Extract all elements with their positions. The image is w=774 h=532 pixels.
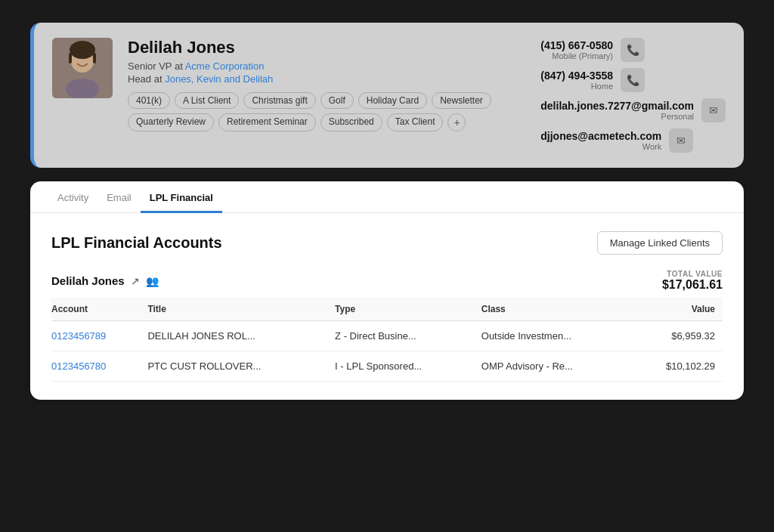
email-button-work[interactable]: ✉ xyxy=(669,128,693,153)
phone-info-primary: (415) 667-0580 Mobile (Primary) xyxy=(540,39,613,60)
phone-number-home: (847) 494-3558 xyxy=(540,70,613,82)
add-tag-button[interactable]: + xyxy=(447,113,466,131)
phone-label-primary: Mobile (Primary) xyxy=(540,51,613,60)
table-row: 0123456780 PTC CUST ROLLOVER... I - LPL … xyxy=(51,351,723,382)
phones-emails: (415) 667-0580 Mobile (Primary) 📞 (847) … xyxy=(540,38,726,153)
company-link[interactable]: Acme Corporation xyxy=(185,60,265,72)
email-info-personal: delilah.jones.7277@gmail.com Personal xyxy=(540,100,694,121)
col-title: Title xyxy=(147,298,335,321)
svg-point-2 xyxy=(70,41,95,59)
cell-class: OMP Advisory - Re... xyxy=(481,351,635,382)
email-address-work: djjones@acmetech.com xyxy=(540,130,661,142)
tag[interactable]: Quarterly Review xyxy=(128,113,214,131)
tag[interactable]: Retirement Seminar xyxy=(218,113,316,131)
tag[interactable]: Golf xyxy=(320,92,354,109)
tag[interactable]: Newsletter xyxy=(432,92,491,109)
cell-account[interactable]: 0123456780 xyxy=(51,351,147,382)
contact-card: Delilah Jones Senior VP at Acme Corporat… xyxy=(30,23,744,168)
svg-rect-4 xyxy=(93,53,96,63)
client-row: Delilah Jones ↗ 👥 TOTAL VALUE $17,061.61 xyxy=(51,270,723,292)
cell-account[interactable]: 0123456789 xyxy=(51,321,147,351)
phone-row-primary: (415) 667-0580 Mobile (Primary) 📞 xyxy=(540,38,726,62)
cell-title: PTC CUST ROLLOVER... xyxy=(147,351,335,382)
phone-label-home: Home xyxy=(540,82,613,91)
lpl-card: Activity Email LPL Financial LPL Financi… xyxy=(30,181,744,400)
table-row: 0123456789 DELILAH JONES ROL... Z - Dire… xyxy=(51,321,723,351)
col-class: Class xyxy=(481,298,635,321)
head-link[interactable]: Jones, Kevin and Delilah xyxy=(165,73,273,85)
total-value-label: TOTAL VALUE xyxy=(662,270,723,278)
svg-rect-3 xyxy=(69,53,72,63)
cell-type: Z - Direct Busine... xyxy=(335,321,481,351)
client-name-label: Delilah Jones xyxy=(51,274,125,287)
cell-class: Outside Investmen... xyxy=(481,321,635,351)
cell-type: I - LPL Sponsored... xyxy=(335,351,481,382)
section-title: LPL Financial Accounts xyxy=(51,234,222,252)
contact-head: Head at Jones, Kevin and Delilah xyxy=(128,73,499,85)
contact-title: Senior VP at Acme Corporation xyxy=(128,60,499,72)
tags-container: 401(k)A List ClientChristmas giftGolfHol… xyxy=(128,92,499,131)
accounts-table: Account Title Type Class Value 012345678… xyxy=(51,298,723,382)
total-value-section: TOTAL VALUE $17,061.61 xyxy=(662,270,723,292)
tag[interactable]: Subscribed xyxy=(320,113,382,131)
tab-email[interactable]: Email xyxy=(98,181,141,213)
lpl-body: LPL Financial Accounts Manage Linked Cli… xyxy=(30,213,744,400)
tab-lpl-financial[interactable]: LPL Financial xyxy=(141,181,222,213)
call-button-home[interactable]: 📞 xyxy=(621,68,645,92)
email-info-work: djjones@acmetech.com Work xyxy=(540,130,661,151)
avatar xyxy=(52,38,113,98)
email-label-personal: Personal xyxy=(540,112,694,121)
email-row-personal: delilah.jones.7277@gmail.com Personal ✉ xyxy=(540,98,726,122)
phone-info-home: (847) 494-3558 Home xyxy=(540,70,613,91)
contact-right: (415) 667-0580 Mobile (Primary) 📞 (847) … xyxy=(514,38,726,153)
cell-value: $6,959.32 xyxy=(635,321,723,351)
contact-name: Delilah Jones xyxy=(128,38,499,57)
col-type: Type xyxy=(335,298,481,321)
col-account: Account xyxy=(51,298,147,321)
table-header: Account Title Type Class Value xyxy=(51,298,723,321)
external-link-icon[interactable]: ↗ xyxy=(131,275,140,287)
manage-linked-clients-button[interactable]: Manage Linked Clients xyxy=(597,231,723,255)
tab-activity[interactable]: Activity xyxy=(48,181,98,213)
phone-number-primary: (415) 667-0580 xyxy=(540,39,613,51)
contact-info: Delilah Jones Senior VP at Acme Corporat… xyxy=(128,38,499,131)
tag[interactable]: Tax Client xyxy=(387,113,444,131)
cell-title: DELILAH JONES ROL... xyxy=(147,321,335,351)
email-row-work: djjones@acmetech.com Work ✉ xyxy=(540,128,726,153)
cell-value: $10,102.29 xyxy=(635,351,723,382)
tag[interactable]: A List Client xyxy=(175,92,239,109)
tab-bar: Activity Email LPL Financial xyxy=(30,181,744,213)
phone-row-home: (847) 494-3558 Home 📞 xyxy=(540,68,726,92)
table-body: 0123456789 DELILAH JONES ROL... Z - Dire… xyxy=(51,321,723,382)
tag[interactable]: Christmas gift xyxy=(243,92,315,109)
email-button-personal[interactable]: ✉ xyxy=(701,98,726,122)
linked-clients-icon[interactable]: 👥 xyxy=(146,275,159,287)
email-address-personal: delilah.jones.7277@gmail.com xyxy=(540,100,694,112)
tag[interactable]: Holiday Card xyxy=(358,92,427,109)
col-value: Value xyxy=(635,298,723,321)
tag[interactable]: 401(k) xyxy=(128,92,170,109)
call-button-primary[interactable]: 📞 xyxy=(621,38,645,62)
client-name-section: Delilah Jones ↗ 👥 xyxy=(51,274,159,287)
email-label-work: Work xyxy=(540,142,661,151)
section-header: LPL Financial Accounts Manage Linked Cli… xyxy=(51,231,723,255)
total-value-amount: $17,061.61 xyxy=(662,278,723,292)
